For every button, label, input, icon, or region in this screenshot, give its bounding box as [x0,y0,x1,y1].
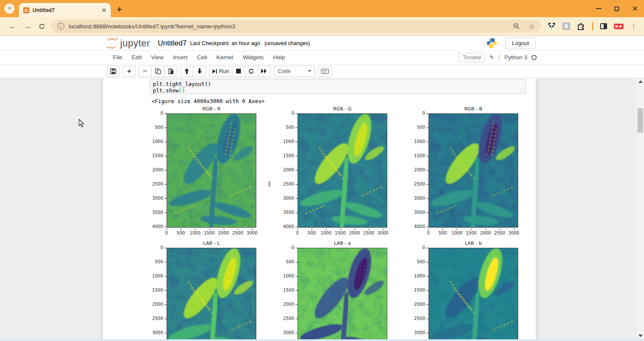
y-tick-label: 3000 [149,330,163,335]
y-tick-mark [164,128,167,128]
y-tick-mark [426,198,428,199]
move-cell-up-button[interactable] [180,66,193,77]
x-tick-label: 1000 [450,231,464,235]
x-tick-mark [312,228,312,230]
y-tick-mark [295,227,298,227]
panda-extension-icon[interactable] [548,22,556,30]
scrollbar-up-icon[interactable] [638,80,643,83]
y-tick-label: 1500 [279,288,294,292]
fast-forward-icon [261,69,267,73]
window-close-button[interactable]: ✕ [632,5,638,12]
y-tick-label: 3000 [410,330,425,335]
bookmark-star-icon[interactable]: ☆ [529,22,535,31]
y-tick-mark [426,156,428,156]
window-controls: ✕ [596,0,638,17]
menu-edit[interactable]: Edit [127,52,146,63]
y-tick-mark [164,142,167,142]
x-tick-label: 1500 [464,231,479,235]
y-tick-mark [426,170,428,170]
scrollbar-thumb[interactable] [638,108,643,133]
menu-help[interactable]: Help [268,52,290,63]
url-text[interactable]: localhost:8888/notebooks/Untitled7.ipynb… [69,23,509,30]
x-tick-mark [428,228,429,230]
browser-titlebar: ˅ Untitled7 ✕ + ✕ [0,0,644,17]
y-tick-label: 2000 [410,302,425,307]
mouse-cursor [79,119,85,128]
run-step-icon [212,69,217,74]
site-info-icon[interactable]: i [58,23,64,30]
tab-search-chevron-icon[interactable]: ˅ [4,3,15,14]
y-tick-label: 2000 [149,302,163,307]
menu-file[interactable]: File [108,52,127,63]
y-tick-label: 4000 [149,224,163,229]
x-tick-mark [355,228,355,230]
restart-kernel-button[interactable] [245,66,258,77]
code-cell-input[interactable]: plt.tight_layout() plt.show() [150,79,526,94]
y-tick-label: 2500 [279,182,294,186]
y-tick-label: 2500 [410,316,425,321]
address-bar[interactable]: i localhost:8888/notebooks/Untitled7.ipy… [52,20,541,33]
restart-icon [248,68,254,74]
interrupt-kernel-button[interactable] [232,66,245,77]
menu-widgets[interactable]: Widgets [238,52,268,63]
window-minimize-button[interactable] [596,8,601,9]
x-tick-mark [252,228,252,230]
scrollbar-down-icon[interactable] [638,335,643,337]
notebook-scroll-area[interactable]: plt.tight_layout() plt.show() <Figure si… [0,78,644,339]
heatmap-panel [298,248,387,339]
logout-button[interactable]: Logout [505,37,535,49]
y-tick-mark [295,276,298,277]
y-tick-mark [295,113,298,114]
extensions-puzzle-icon[interactable] [577,22,585,30]
profile-avatar-icon[interactable] [562,22,570,30]
restart-run-all-button[interactable] [258,66,271,77]
new-tab-button[interactable]: + [117,5,122,15]
y-tick-label: 0 [149,245,163,250]
window-maximize-button[interactable] [614,6,619,11]
cut-cell-button[interactable]: ✂ [139,66,152,77]
heatmap-panel [167,248,256,339]
y-tick-label: 2000 [279,167,294,172]
y-tick-label: 2500 [410,182,425,186]
copy-cell-button[interactable] [152,66,164,77]
x-tick-label: 0 [290,231,305,235]
arrow-down-icon [197,68,202,74]
browser-menu-kebab-icon[interactable]: ⋮ [630,22,637,30]
paste-cell-button[interactable] [164,66,177,77]
page-scrollbar[interactable] [637,78,644,339]
cell-output-text: <Figure size 4000x3000 with 0 Axes> [152,98,264,104]
menu-view[interactable]: View [146,52,168,63]
refresh-icon[interactable] [34,23,49,30]
notebook-title[interactable]: Untitled7 [158,39,187,48]
kernel-separator: | [498,54,500,61]
y-tick-mark [164,170,167,170]
red-extension-badge-icon[interactable] [614,24,623,29]
x-tick-label: 3000 [245,231,259,235]
x-tick-label: 500 [304,231,319,235]
command-palette-button[interactable] [318,66,332,77]
menu-cell[interactable]: Cell [192,52,212,63]
browser-tab[interactable]: Untitled7 ✕ [19,3,111,17]
jupyter-logo[interactable]: jupyter [106,37,150,50]
y-tick-label: 2500 [149,182,163,186]
tab-close-icon[interactable]: ✕ [101,7,106,13]
zoom-icon[interactable] [513,23,520,30]
heatmap-panel [298,113,387,228]
x-tick-mark [383,228,383,230]
y-tick-mark [426,184,428,185]
side-panel-icon[interactable] [600,23,607,29]
y-tick-label: 500 [279,259,294,264]
menu-insert[interactable]: Insert [168,52,192,63]
forward-icon[interactable]: → [20,22,34,31]
move-cell-down-button[interactable] [193,66,206,77]
menu-kernel[interactable]: Kernel [212,52,238,63]
insert-cell-button[interactable]: + [123,66,136,77]
cell-type-select[interactable]: Code [274,66,315,77]
y-tick-mark [164,184,167,185]
unsaved-status: (unsaved changes) [264,40,310,46]
save-button[interactable] [107,66,120,77]
y-tick-mark [426,128,428,128]
notebook-menubar: File Edit View Insert Cell Kernel Widget… [0,51,644,64]
run-cell-button[interactable]: Run [209,66,232,77]
back-icon[interactable]: ← [5,22,20,31]
